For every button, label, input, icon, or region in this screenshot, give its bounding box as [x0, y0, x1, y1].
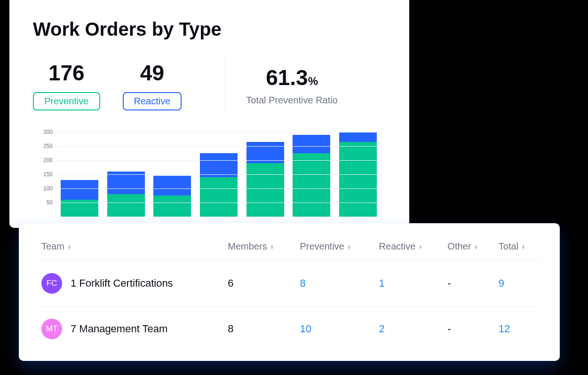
stat-reactive: 49 Reactive: [123, 60, 182, 110]
col-other[interactable]: Other▲▼: [444, 236, 495, 261]
chart-y-axis: 50100150200250300: [38, 132, 53, 217]
chart-bar: [153, 176, 191, 217]
stat-preventive-value: 176: [48, 60, 85, 86]
stacked-bar-chart: 50100150200250300: [38, 132, 381, 217]
cell-team: FC1 Forklift Certifications: [38, 261, 224, 306]
bar-segment-preventive: [200, 177, 238, 217]
chart-plot-area: [56, 132, 381, 217]
col-members[interactable]: Members▲▼: [224, 236, 296, 261]
col-reactive[interactable]: Reactive▲▼: [375, 236, 444, 261]
team-name: 1 Forklift Certifications: [71, 277, 173, 289]
gridline: [56, 188, 381, 189]
bar-segment-reactive: [200, 153, 238, 177]
gridline: [56, 160, 381, 161]
stat-reactive-value: 49: [140, 60, 164, 86]
y-tick-label: 50: [38, 199, 53, 206]
work-orders-card: Work Orders by Type 176 Preventive 49 Re…: [9, 0, 409, 228]
cell-other: -: [444, 261, 495, 306]
cell-members: 6: [224, 261, 296, 306]
sort-icon: ▲▼: [474, 245, 478, 250]
y-tick-label: 250: [38, 143, 53, 149]
bar-segment-reactive: [293, 135, 330, 153]
cell-preventive-link[interactable]: 10: [300, 323, 311, 335]
stat-ratio-value: 61.3%: [266, 65, 318, 90]
cell-team: MT7 Management Team: [38, 306, 224, 352]
y-tick-label: 300: [38, 129, 53, 135]
cell-reactive-link[interactable]: 2: [379, 323, 385, 335]
gridline: [56, 203, 381, 203]
ratio-unit: %: [308, 75, 318, 87]
preventive-pill[interactable]: Preventive: [33, 92, 100, 110]
chart-bar: [107, 172, 145, 217]
cell-reactive-link[interactable]: 1: [379, 277, 385, 289]
chart-bar: [200, 153, 238, 217]
bar-segment-reactive: [107, 172, 145, 194]
bar-segment-reactive: [153, 176, 191, 195]
stat-preventive: 176 Preventive: [33, 60, 100, 110]
bar-segment-preventive: [339, 142, 377, 217]
cell-reactive: 1: [375, 261, 444, 306]
gridline: [56, 174, 381, 175]
sort-icon: ▲▼: [270, 245, 274, 250]
col-total[interactable]: Total▲▼: [495, 236, 541, 261]
cell-preventive: 10: [296, 306, 375, 352]
cell-preventive: 8: [296, 261, 375, 306]
y-tick-label: 200: [38, 157, 53, 164]
divider: [225, 57, 225, 113]
cell-preventive-link[interactable]: 8: [300, 277, 305, 289]
reactive-pill[interactable]: Reactive: [123, 92, 182, 110]
chart-bar: [61, 180, 98, 217]
chart-bar: [246, 142, 284, 217]
bar-segment-reactive: [339, 132, 377, 142]
y-tick-label: 100: [38, 185, 53, 192]
sort-icon: ▲▼: [521, 245, 525, 250]
teams-table: Team▲▼ Members▲▼ Preventive▲▼ Reactive▲▼…: [38, 236, 541, 352]
cell-members: 8: [224, 306, 296, 352]
bar-segment-preventive: [293, 153, 330, 217]
table-header-row: Team▲▼ Members▲▼ Preventive▲▼ Reactive▲▼…: [38, 236, 541, 261]
col-team[interactable]: Team▲▼: [38, 236, 224, 261]
cell-total: 12: [495, 306, 541, 352]
bar-segment-preventive: [107, 194, 145, 217]
bar-segment-preventive: [153, 195, 191, 217]
table-row[interactable]: MT7 Management Team8102-12: [38, 306, 541, 352]
gridline: [56, 146, 381, 147]
bar-segment-reactive: [61, 180, 98, 200]
chart-bar: [293, 135, 330, 217]
cell-other: -: [444, 306, 495, 352]
stats-row: 176 Preventive 49 Reactive 61.3% Total P…: [33, 57, 386, 113]
sort-icon: ▲▼: [418, 245, 422, 250]
avatar: MT: [41, 319, 62, 339]
cell-total-link[interactable]: 12: [499, 323, 510, 335]
cell-reactive: 2: [375, 306, 444, 352]
bar-segment-preventive: [246, 163, 284, 217]
cell-total: 9: [495, 261, 541, 306]
avatar: FC: [41, 273, 62, 294]
ratio-number: 61.3: [266, 65, 308, 90]
gridline: [56, 132, 381, 133]
stat-ratio-label: Total Preventive Ratio: [246, 95, 338, 106]
team-name: 7 Management Team: [71, 323, 167, 335]
sort-icon: ▲▼: [67, 245, 72, 250]
table-row[interactable]: FC1 Forklift Certifications681-9: [38, 261, 541, 306]
card-title: Work Orders by Type: [33, 19, 386, 40]
col-preventive[interactable]: Preventive▲▼: [296, 236, 375, 261]
cell-total-link[interactable]: 9: [499, 277, 504, 289]
y-tick-label: 150: [38, 171, 53, 178]
teams-table-card: Team▲▼ Members▲▼ Preventive▲▼ Reactive▲▼…: [19, 223, 560, 361]
stat-ratio: 61.3% Total Preventive Ratio: [246, 65, 338, 106]
sort-icon: ▲▼: [347, 245, 351, 250]
